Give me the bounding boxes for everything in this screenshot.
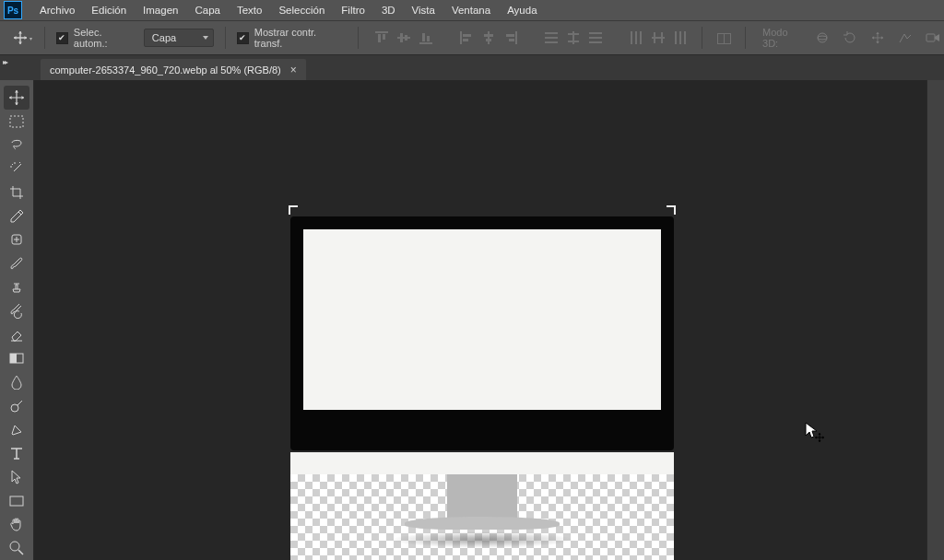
dist-right-icon[interactable] xyxy=(670,28,690,48)
canvas-area[interactable] xyxy=(34,80,926,560)
magic-wand-tool[interactable] xyxy=(4,157,30,181)
image-content xyxy=(447,474,517,524)
transform-handle-tl[interactable] xyxy=(289,205,298,215)
camera-3d-icon[interactable] xyxy=(924,29,942,47)
dist-hcenter-icon[interactable] xyxy=(648,28,668,48)
transform-handle-tr[interactable] xyxy=(667,205,676,215)
clone-stamp-tool[interactable] xyxy=(4,275,30,299)
svg-point-1 xyxy=(818,36,827,40)
slide-3d-icon[interactable] xyxy=(896,29,914,47)
document-canvas[interactable] xyxy=(290,207,674,560)
hand-tool[interactable] xyxy=(4,513,30,537)
svg-rect-3 xyxy=(10,116,23,127)
move-tool[interactable] xyxy=(4,86,30,110)
document-tab[interactable]: computer-2653374_960_720.webp al 50% (RG… xyxy=(41,59,306,81)
menu-select[interactable]: Selección xyxy=(270,5,333,16)
separator xyxy=(225,27,226,49)
collapse-panels-icon[interactable]: ▸▸ xyxy=(0,55,9,68)
pan-3d-icon[interactable] xyxy=(868,29,887,47)
svg-point-7 xyxy=(11,404,18,412)
menu-layer[interactable]: Capa xyxy=(186,5,229,16)
auto-align-icon[interactable] xyxy=(714,28,734,48)
svg-rect-2 xyxy=(926,34,935,41)
svg-rect-6 xyxy=(10,354,17,363)
separator xyxy=(745,27,746,49)
menu-3d[interactable]: 3D xyxy=(373,5,404,16)
menu-help[interactable]: Ayuda xyxy=(499,5,545,16)
menu-edit[interactable]: Edición xyxy=(83,5,135,16)
svg-point-9 xyxy=(10,542,19,551)
menu-file[interactable]: Archivo xyxy=(31,5,83,16)
crop-tool[interactable] xyxy=(4,181,30,204)
menu-image[interactable]: Imagen xyxy=(135,5,186,16)
align-top-icon[interactable] xyxy=(372,28,392,48)
show-transform-label: Mostrar contr. transf. xyxy=(254,27,347,49)
image-content xyxy=(290,452,674,474)
align-bottom-icon[interactable] xyxy=(416,28,436,48)
gradient-tool[interactable] xyxy=(4,346,30,370)
image-content xyxy=(290,216,674,450)
blur-tool[interactable] xyxy=(4,370,30,394)
active-tool-indicator[interactable]: ▾ xyxy=(13,28,33,48)
panel-dock-collapsed[interactable] xyxy=(926,80,944,560)
distribute-h-group xyxy=(626,28,690,48)
history-brush-tool[interactable] xyxy=(4,299,30,323)
app-logo: Ps xyxy=(4,1,22,19)
distribute-v-group xyxy=(541,28,606,48)
pen-tool[interactable] xyxy=(4,418,30,442)
toolbox xyxy=(0,80,34,560)
auto-select-label: Selec. autom.: xyxy=(74,27,138,49)
options-bar: ▾ ✔ Selec. autom.: Capa ✔ Mostrar contr.… xyxy=(0,21,944,55)
lasso-tool[interactable] xyxy=(4,134,30,158)
workspace xyxy=(0,80,944,560)
close-tab-icon[interactable]: × xyxy=(290,64,297,76)
orbit-3d-icon[interactable] xyxy=(814,29,832,47)
align-edges-group xyxy=(372,28,436,48)
dodge-tool[interactable] xyxy=(4,394,30,418)
type-tool[interactable] xyxy=(4,441,30,465)
path-selection-tool[interactable] xyxy=(4,465,30,489)
document-tabs: computer-2653374_960_720.webp al 50% (RG… xyxy=(0,55,944,82)
document-tab-title: computer-2653374_960_720.webp al 50% (RG… xyxy=(50,64,281,76)
eraser-tool[interactable] xyxy=(4,323,30,347)
menu-window[interactable]: Ventana xyxy=(443,5,499,16)
eyedropper-tool[interactable] xyxy=(4,204,30,228)
dist-vcenter-icon[interactable] xyxy=(563,28,584,48)
image-content xyxy=(390,531,574,548)
align-vcenter-icon[interactable] xyxy=(394,28,414,48)
rectangle-tool[interactable] xyxy=(4,489,30,513)
svg-point-0 xyxy=(818,33,827,42)
show-transform-checkbox[interactable]: ✔ xyxy=(237,32,249,44)
svg-rect-8 xyxy=(10,496,23,506)
separator xyxy=(358,27,359,49)
menu-bar: Ps Archivo Edición Imagen Capa Texto Sel… xyxy=(0,0,944,21)
brush-tool[interactable] xyxy=(4,251,30,275)
separator xyxy=(702,27,702,49)
auto-select-checkbox[interactable]: ✔ xyxy=(56,32,68,44)
layer-group-dropdown[interactable]: Capa xyxy=(144,29,214,47)
align-h-group xyxy=(456,28,521,48)
image-content xyxy=(303,229,661,410)
align-hcenter-icon[interactable] xyxy=(478,28,499,48)
dist-top-icon[interactable] xyxy=(541,28,561,48)
roll-3d-icon[interactable] xyxy=(841,29,859,47)
align-left-icon[interactable] xyxy=(456,28,477,48)
menu-filter[interactable]: Filtro xyxy=(333,5,373,16)
healing-brush-tool[interactable] xyxy=(4,228,30,252)
mode3d-label: Modo 3D: xyxy=(762,27,806,49)
separator xyxy=(44,27,45,49)
zoom-tool[interactable] xyxy=(4,536,30,560)
menu-type[interactable]: Texto xyxy=(229,5,271,16)
rectangular-marquee-tool[interactable] xyxy=(4,110,30,134)
dist-bottom-icon[interactable] xyxy=(585,28,606,48)
align-right-icon[interactable] xyxy=(501,28,521,48)
menu-view[interactable]: Vista xyxy=(404,5,443,16)
dist-left-icon[interactable] xyxy=(626,28,646,48)
